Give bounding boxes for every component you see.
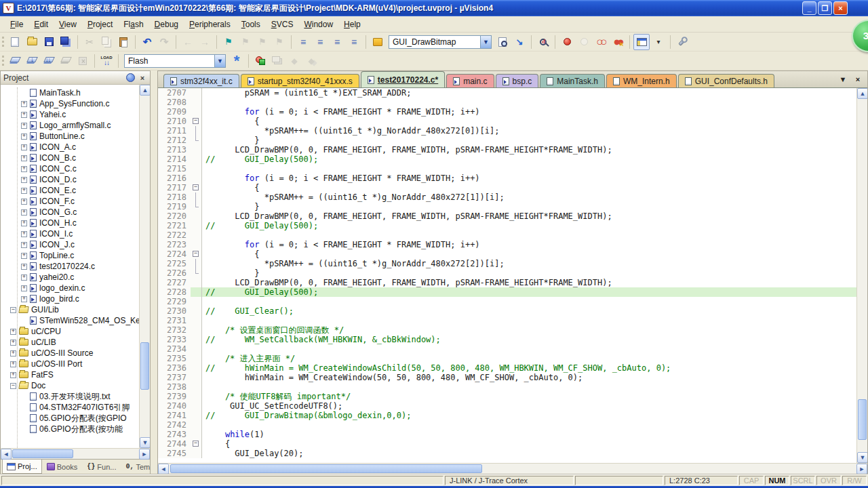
tree-item-uc-os-iii-port[interactable]: +uC/OS-III Port: [1, 359, 150, 369]
tree-item-icon-c-c[interactable]: +ICON_C.c: [1, 163, 150, 174]
fold-collapse-icon[interactable]: −: [193, 118, 199, 124]
menu-project[interactable]: Project: [83, 18, 117, 31]
scroll-up-button[interactable]: ▲: [140, 85, 150, 96]
document-tab-main-c[interactable]: main.c: [446, 74, 494, 87]
document-tab-startup-stm32f40-41xxx-s[interactable]: startup_stm32f40_41xxx.s: [241, 74, 359, 87]
code-line-2711[interactable]: 2711 *pSRAM++= ((uint16_t *)g_NorAddr_48…: [158, 126, 856, 136]
document-tab-test20170224-c-[interactable]: test20170224.c*: [361, 71, 445, 87]
tab-list-dropdown-button[interactable]: ▼: [837, 74, 848, 85]
code-line-2719[interactable]: 2719 }: [158, 202, 856, 211]
tree-item-icon-g-c[interactable]: +ICON_G.c: [1, 207, 150, 218]
tree-item-icon-a-c[interactable]: +ICON_A.c: [1, 142, 150, 152]
redo-button[interactable]: [156, 34, 172, 50]
code-line-2707[interactable]: 2707 pSRAM = (uint16_t *)EXT_SRAM_ADDR;: [158, 88, 856, 98]
code-line-2739[interactable]: 2739 /* 使能UTF8解码 important*/: [158, 392, 856, 401]
expand-icon[interactable]: +: [21, 220, 27, 226]
code-line-2716[interactable]: 2716 for (i = 0; i < FRAME_HEIGHT * FRAM…: [158, 174, 856, 183]
expand-icon[interactable]: +: [10, 350, 16, 357]
tree-item-stemwin528-cm4-os-kei[interactable]: STemWin528_CM4_OS_Kei: [1, 315, 150, 326]
tree-item-06-gpio-[interactable]: 06.GPIO分配表(按功能: [1, 424, 150, 434]
menu-debug[interactable]: Debug: [150, 18, 183, 31]
code-line-2737[interactable]: 2737 hWinMain = WM_CreateWindow(50, 50, …: [158, 373, 856, 382]
menu-edit[interactable]: Edit: [29, 18, 53, 31]
close-panel-icon[interactable]: ×: [138, 73, 147, 83]
code-line-2708[interactable]: 2708: [158, 98, 856, 107]
tree-item-gui-lib[interactable]: −GUI/Lib: [1, 304, 150, 315]
tree-item-icon-j-c[interactable]: +ICON_J.c: [1, 239, 150, 250]
clear-all-bookmarks-button[interactable]: [271, 34, 288, 50]
show-current-statement-window-button[interactable]: [633, 34, 650, 50]
tree-item-icon-f-c[interactable]: +ICON_F.c: [1, 196, 150, 207]
close-button[interactable]: ×: [833, 1, 848, 15]
code-line-2734[interactable]: 2734: [158, 344, 856, 354]
code-line-2723[interactable]: 2723 for (i = 0; i < FRAME_HEIGHT * FRAM…: [158, 240, 856, 249]
menu-svcs[interactable]: SVCS: [267, 18, 298, 31]
menu-flash[interactable]: Flash: [119, 18, 148, 31]
tree-item-test20170224-c[interactable]: +test20170224.c: [1, 261, 150, 272]
expand-icon[interactable]: +: [10, 340, 16, 346]
kill-all-breakpoints-button[interactable]: [610, 34, 626, 50]
scroll-down-button[interactable]: ▼: [140, 437, 150, 448]
document-tab-gui-confdefaults-h[interactable]: GUI_ConfDefaults.h: [678, 74, 774, 87]
editor-vertical-scrollbar[interactable]: ▲ ▼: [856, 88, 867, 463]
unindent-selection-button[interactable]: [312, 34, 328, 50]
document-tab-bsp-c[interactable]: bsp.c: [496, 74, 539, 87]
expand-icon[interactable]: +: [21, 177, 27, 183]
expand-icon[interactable]: +: [21, 264, 27, 270]
code-line-2742[interactable]: 2742: [158, 420, 856, 430]
scroll-left-button[interactable]: ◄: [1, 449, 12, 460]
rebuild-all-targets-button[interactable]: [41, 53, 57, 69]
document-tab-stm32f4xx-it-c[interactable]: stm32f4xx_it.c: [163, 74, 239, 87]
indent-selection-button[interactable]: [295, 34, 311, 50]
tree-item-logo-dexin-c[interactable]: +logo_dexin.c: [1, 283, 150, 293]
code-line-2730[interactable]: 2730// GUI_Clear();: [158, 306, 856, 316]
scroll-down-button[interactable]: ▼: [857, 452, 867, 463]
menu-help[interactable]: Help: [339, 18, 366, 31]
paste-button[interactable]: [115, 34, 132, 50]
start-stop-debug-session-button[interactable]: [252, 53, 269, 69]
expand-icon[interactable]: +: [21, 274, 27, 281]
scroll-thumb[interactable]: [140, 342, 149, 390]
build-target-button[interactable]: [24, 53, 40, 69]
scroll-thumb[interactable]: [170, 464, 482, 473]
navigate-forward-button[interactable]: [197, 34, 213, 50]
tree-item-yahei-c[interactable]: +Yahei.c: [1, 109, 150, 120]
expand-icon[interactable]: +: [21, 101, 27, 107]
scroll-left-button[interactable]: ◄: [158, 464, 169, 474]
code-line-2724[interactable]: 2724− {: [158, 249, 856, 259]
code-line-2717[interactable]: 2717− {: [158, 183, 856, 192]
maximize-button[interactable]: ❐: [818, 1, 832, 15]
scroll-up-button[interactable]: ▲: [857, 88, 867, 99]
copy-button[interactable]: [98, 34, 115, 50]
code-line-2731[interactable]: 2731: [158, 316, 856, 325]
editor-horizontal-scrollbar[interactable]: ◄ ►: [158, 463, 867, 474]
expand-icon[interactable]: +: [21, 296, 27, 302]
scroll-right-button[interactable]: ►: [139, 449, 150, 460]
tree-item-04-stm32f407igt6-[interactable]: 04.STM32F407IGT6引脚: [1, 402, 150, 413]
insert-remove-breakpoint-button[interactable]: [559, 34, 575, 50]
scroll-thumb[interactable]: [858, 399, 867, 440]
previous-bookmark-button[interactable]: [237, 34, 254, 50]
next-bookmark-button[interactable]: [254, 34, 271, 50]
fold-collapse-icon[interactable]: −: [193, 441, 199, 447]
tree-item-uc-cpu[interactable]: +uC/CPU: [1, 326, 150, 337]
code-line-2722[interactable]: 2722: [158, 230, 856, 240]
search-text-combo-dropdown-icon[interactable]: ▼: [480, 36, 491, 48]
tree-item-uc-lib[interactable]: +uC/LIB: [1, 337, 150, 348]
expand-icon[interactable]: +: [21, 155, 27, 161]
diamond-tool-2-button[interactable]: [303, 53, 319, 69]
code-line-2733[interactable]: 2733// WM_SetCallback(WM_HBKWIN, &_cbBkW…: [158, 335, 856, 344]
tree-item-logo-bird-c[interactable]: +logo_bird.c: [1, 293, 150, 304]
expand-icon[interactable]: +: [21, 199, 27, 205]
tree-item-03-txt[interactable]: 03.开发环境说明.txt: [1, 391, 150, 402]
scroll-thumb[interactable]: [12, 449, 73, 458]
expand-icon[interactable]: +: [21, 144, 27, 150]
expand-icon[interactable]: +: [21, 231, 27, 237]
expand-icon[interactable]: +: [21, 134, 27, 140]
document-tab-wm-intern-h[interactable]: WM_Intern.h: [606, 74, 677, 87]
tree-item-icon-e-c[interactable]: +ICON_E.c: [1, 185, 150, 196]
code-line-2727[interactable]: 2727 LCD_DrawBMP(0, 0, FRAME_HEIGHT, FRA…: [158, 278, 856, 287]
collapse-icon[interactable]: −: [10, 307, 16, 313]
incremental-find-button[interactable]: [511, 34, 528, 50]
search-text-combo[interactable]: GUI_DrawBitmap▼: [389, 35, 492, 49]
